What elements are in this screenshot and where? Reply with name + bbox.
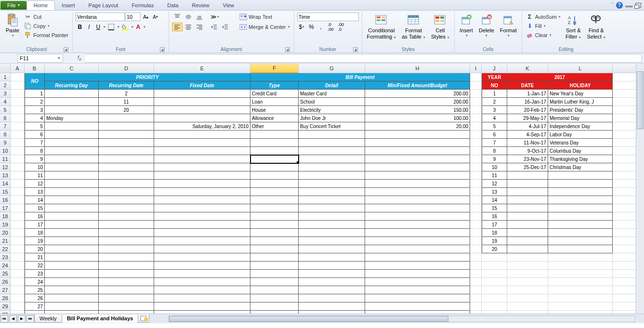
- row-header[interactable]: 19: [0, 221, 11, 229]
- cell[interactable]: 150.00: [365, 106, 470, 114]
- cell[interactable]: [482, 262, 507, 270]
- cell[interactable]: 200.00: [365, 90, 470, 98]
- cell[interactable]: [11, 221, 25, 229]
- cell[interactable]: [154, 147, 250, 155]
- cell[interactable]: 4-Jul-17: [507, 122, 548, 131]
- percent-icon[interactable]: %: [307, 23, 316, 31]
- cell[interactable]: 18: [482, 229, 507, 237]
- cell[interactable]: 10: [25, 163, 45, 171]
- cell[interactable]: [365, 278, 470, 286]
- cell[interactable]: [548, 270, 613, 278]
- cell[interactable]: [365, 155, 470, 163]
- dialog-launcher-icon[interactable]: ◢: [353, 47, 358, 52]
- cell[interactable]: Independence Day: [548, 122, 613, 131]
- cell[interactable]: [365, 139, 470, 147]
- cell[interactable]: [299, 196, 365, 204]
- cell[interactable]: [299, 212, 365, 221]
- cell[interactable]: [470, 278, 482, 286]
- cell[interactable]: 12: [482, 180, 507, 188]
- cell[interactable]: [154, 294, 250, 302]
- cell[interactable]: PRIORITY: [45, 73, 250, 81]
- cell[interactable]: [548, 221, 613, 229]
- cell[interactable]: [45, 294, 99, 302]
- cell[interactable]: [11, 294, 25, 302]
- column-header[interactable]: E: [154, 64, 250, 73]
- cell[interactable]: [470, 73, 482, 81]
- cell[interactable]: [548, 188, 613, 196]
- cell[interactable]: [45, 155, 99, 163]
- cell[interactable]: [299, 278, 365, 286]
- cell[interactable]: [482, 278, 507, 286]
- cell[interactable]: [45, 122, 99, 131]
- cell[interactable]: [470, 245, 482, 253]
- cell[interactable]: [45, 229, 99, 237]
- cell[interactable]: Recurring Day: [45, 81, 99, 90]
- cut-button[interactable]: ✂Cut: [23, 13, 69, 21]
- cell[interactable]: [548, 212, 613, 221]
- cell[interactable]: [507, 311, 548, 314]
- cell[interactable]: Monday: [45, 114, 99, 122]
- cell[interactable]: [482, 253, 507, 262]
- cell[interactable]: [365, 270, 470, 278]
- row-header[interactable]: 12: [0, 163, 11, 171]
- comma-icon[interactable]: ,: [316, 23, 325, 31]
- fill-color-button[interactable]: [120, 23, 131, 31]
- cell[interactable]: [548, 171, 613, 180]
- cell[interactable]: Detail: [299, 81, 365, 90]
- cell[interactable]: [470, 106, 482, 114]
- cell[interactable]: [45, 270, 99, 278]
- align-right-icon[interactable]: [194, 23, 205, 31]
- cell[interactable]: [154, 98, 250, 106]
- formula-input[interactable]: [85, 54, 642, 63]
- cell[interactable]: [11, 147, 25, 155]
- cell[interactable]: HOLIDAY: [548, 81, 613, 90]
- cell[interactable]: Type: [250, 81, 299, 90]
- cell[interactable]: [99, 253, 154, 262]
- cell[interactable]: [470, 81, 482, 90]
- cell[interactable]: [154, 106, 250, 114]
- cell[interactable]: [99, 114, 154, 122]
- cell[interactable]: [99, 163, 154, 171]
- minimize-ribbon-icon[interactable]: ˆ: [612, 2, 613, 8]
- cell[interactable]: [154, 262, 250, 270]
- decrease-indent-icon[interactable]: [209, 23, 219, 31]
- cell[interactable]: [299, 270, 365, 278]
- cell[interactable]: [507, 270, 548, 278]
- cell[interactable]: [365, 221, 470, 229]
- row-header[interactable]: 18: [0, 212, 11, 221]
- cell[interactable]: 25: [25, 286, 45, 294]
- sheet-nav-prev-icon[interactable]: ◀: [9, 315, 17, 323]
- cell[interactable]: 2: [99, 90, 154, 98]
- cell[interactable]: NO: [25, 73, 45, 90]
- cell[interactable]: 2: [25, 98, 45, 106]
- cell[interactable]: [45, 253, 99, 262]
- row-header[interactable]: 20: [0, 229, 11, 237]
- cell[interactable]: Recurring Date: [99, 81, 154, 90]
- cell[interactable]: 5: [25, 122, 45, 131]
- cell[interactable]: [548, 286, 613, 294]
- cell[interactable]: [11, 229, 25, 237]
- cell[interactable]: [154, 188, 250, 196]
- cell[interactable]: [99, 311, 154, 314]
- column-header[interactable]: B: [25, 64, 45, 73]
- cell[interactable]: New Year's Day: [548, 90, 613, 98]
- cell[interactable]: [250, 221, 299, 229]
- cell[interactable]: 22: [25, 262, 45, 270]
- paste-button[interactable]: Paste ▾: [4, 13, 21, 39]
- align-top-icon[interactable]: [172, 13, 183, 21]
- cell[interactable]: [250, 229, 299, 237]
- tab-view[interactable]: View: [216, 1, 241, 10]
- cell[interactable]: [365, 180, 470, 188]
- wrap-text-button[interactable]: abWrap Text: [238, 13, 291, 21]
- cell[interactable]: 16: [482, 212, 507, 221]
- cell[interactable]: DATE: [507, 81, 548, 90]
- cell[interactable]: [154, 245, 250, 253]
- cell[interactable]: [365, 253, 470, 262]
- cell[interactable]: [250, 286, 299, 294]
- cell[interactable]: [154, 204, 250, 212]
- cell[interactable]: [45, 311, 99, 314]
- cell[interactable]: Columbus Day: [548, 147, 613, 155]
- cell[interactable]: [470, 270, 482, 278]
- cell[interactable]: [470, 122, 482, 131]
- cell[interactable]: [45, 278, 99, 286]
